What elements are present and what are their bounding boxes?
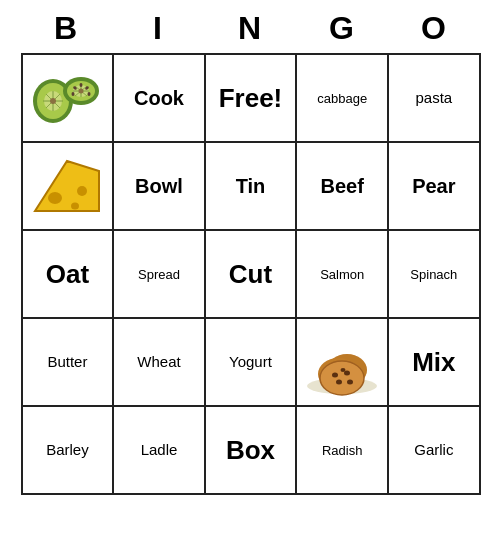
- cell-r2-c4: Spinach: [388, 230, 479, 318]
- cell-r0-c2: Free!: [205, 54, 297, 142]
- cell-r2-c3: Salmon: [296, 230, 388, 318]
- svg-point-24: [77, 186, 87, 196]
- cell-text-r4-c1: Ladle: [141, 441, 178, 458]
- cell-text-r0-c4: pasta: [415, 89, 452, 106]
- cell-text-r2-c0: Oat: [46, 259, 89, 289]
- cell-text-r2-c4: Spinach: [410, 267, 457, 282]
- cell-text-r1-c1: Bowl: [135, 175, 183, 197]
- cell-r4-c1: Ladle: [113, 406, 204, 494]
- cell-r1-c4: Pear: [388, 142, 479, 230]
- cell-r3-c2: Yogurt: [205, 318, 297, 406]
- bingo-header: B I N G O: [21, 0, 481, 53]
- cell-text-r4-c4: Garlic: [414, 441, 453, 458]
- svg-point-25: [71, 203, 79, 210]
- svg-point-35: [336, 380, 342, 385]
- cell-text-r1-c4: Pear: [412, 175, 455, 197]
- header-g: G: [299, 10, 387, 47]
- cell-text-r4-c3: Radish: [322, 443, 362, 458]
- cell-r4-c4: Garlic: [388, 406, 479, 494]
- cell-text-r0-c1: Cook: [134, 87, 184, 109]
- cell-r3-c1: Wheat: [113, 318, 204, 406]
- svg-point-23: [48, 192, 62, 204]
- cheese-image: [27, 156, 109, 216]
- cell-r0-c0: [22, 54, 114, 142]
- svg-point-36: [347, 380, 353, 385]
- cell-r1-c2: Tin: [205, 142, 297, 230]
- cell-r1-c1: Bowl: [113, 142, 204, 230]
- cookie-image: [301, 328, 383, 396]
- cell-r1-c0: [22, 142, 114, 230]
- cell-text-r1-c3: Beef: [321, 175, 364, 197]
- cell-text-r0-c2: Free!: [219, 83, 283, 113]
- cell-text-r3-c4: Mix: [412, 347, 455, 377]
- cell-r2-c0: Oat: [22, 230, 114, 318]
- svg-point-15: [79, 89, 84, 94]
- cell-text-r2-c3: Salmon: [320, 267, 364, 282]
- cell-r3-c0: Butter: [22, 318, 114, 406]
- cell-text-r1-c2: Tin: [236, 175, 266, 197]
- cell-r1-c3: Beef: [296, 142, 388, 230]
- cell-r4-c2: Box: [205, 406, 297, 494]
- cell-r0-c3: cabbage: [296, 54, 388, 142]
- header-o: O: [391, 10, 479, 47]
- cell-text-r4-c2: Box: [226, 435, 275, 465]
- cell-r2-c1: Spread: [113, 230, 204, 318]
- svg-point-18: [88, 92, 91, 96]
- header-i: I: [115, 10, 203, 47]
- cell-r4-c3: Radish: [296, 406, 388, 494]
- cell-text-r3-c1: Wheat: [137, 353, 180, 370]
- cell-text-r0-c3: cabbage: [317, 91, 367, 106]
- svg-point-7: [50, 98, 56, 104]
- cell-r2-c2: Cut: [205, 230, 297, 318]
- cell-text-r4-c0: Barley: [46, 441, 89, 458]
- cell-text-r2-c2: Cut: [229, 259, 272, 289]
- cell-r3-c4: Mix: [388, 318, 479, 406]
- cell-text-r3-c0: Butter: [47, 353, 87, 370]
- bingo-table: CookFree!cabbagepasta BowlTinBeefPearOat…: [21, 53, 481, 495]
- cell-r3-c3: [296, 318, 388, 406]
- cell-r4-c0: Barley: [22, 406, 114, 494]
- svg-point-16: [80, 83, 83, 87]
- header-b: B: [23, 10, 111, 47]
- cell-r0-c4: pasta: [388, 54, 479, 142]
- kiwi-image: [27, 69, 109, 127]
- svg-point-20: [72, 92, 75, 96]
- svg-point-33: [332, 373, 338, 378]
- cell-text-r2-c1: Spread: [138, 267, 180, 282]
- header-n: N: [207, 10, 295, 47]
- svg-point-37: [341, 368, 346, 372]
- cell-text-r3-c2: Yogurt: [229, 353, 272, 370]
- cell-r0-c1: Cook: [113, 54, 204, 142]
